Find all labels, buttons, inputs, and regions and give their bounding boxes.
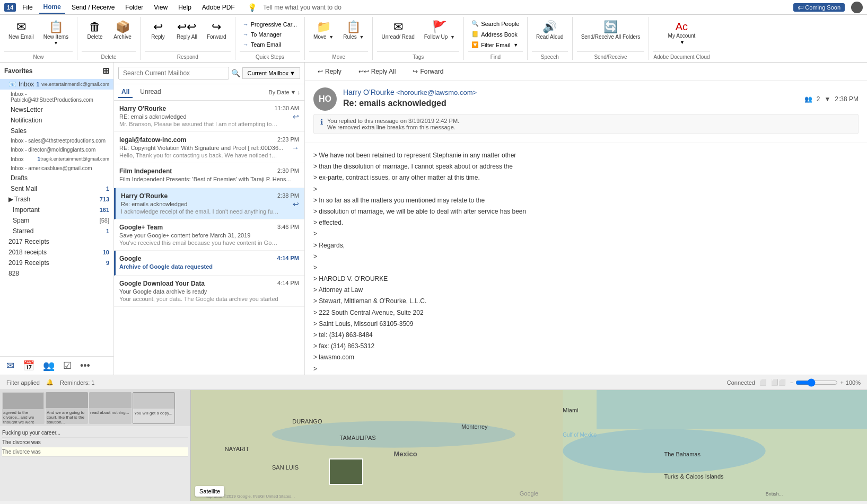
sidebar-item-inbox-tragik[interactable]: Inbox 1 tragik.entertainment@gmail.com	[0, 154, 113, 164]
ribbon-group-respond: ↩ Reply ↩↩ Reply All ↪ Forward Respond	[141, 17, 235, 60]
reply-action-label: Reply	[325, 68, 341, 75]
unread-read-button[interactable]: ✉ Unread/ Read	[377, 19, 418, 42]
archive-button[interactable]: 📦 Archive	[109, 19, 136, 42]
sidebar-item-spam[interactable]: Spam [58]	[0, 215, 113, 226]
status-right: Connected ⬜ ⬜⬜ − + 100%	[727, 378, 861, 387]
body-line-8: >	[313, 229, 859, 239]
quick-step-2-button[interactable]: → To Manager	[240, 30, 300, 39]
email-item[interactable]: Harry O'Rourke RE: emails acknowledged M…	[114, 101, 304, 132]
sidebar-item-sales[interactable]: Sales	[0, 126, 113, 136]
sidebar-item-inbox-patrick[interactable]: Inbox - Patrick@4thStreetProductions.com	[0, 90, 113, 104]
tasks-icon[interactable]: ☑	[63, 360, 72, 372]
email-item[interactable]: Google+ Team Save your Google+ content b…	[114, 219, 304, 251]
sidebar-item-2018[interactable]: 2018 receipts 10	[0, 247, 113, 258]
rules-icon: 📋	[346, 21, 361, 33]
arrow-icon-3: →	[243, 41, 249, 48]
thumb-1[interactable]: agreed to the divorce...and we thought w…	[2, 392, 45, 424]
thumb-4[interactable]: You will get a copy...	[133, 392, 175, 424]
move-button[interactable]: 📁 Move ▼	[309, 19, 338, 42]
body-line-10: >	[313, 252, 859, 262]
ribbon-delete-group-label: Delete	[82, 51, 136, 60]
sort-button[interactable]: By Date ▼ ↓	[268, 89, 300, 95]
sidebar-item-drafts[interactable]: Drafts	[0, 173, 113, 183]
mail-icon[interactable]: ✉	[6, 360, 14, 372]
reply-all-action-button[interactable]: ↩↩ Reply All	[354, 66, 400, 77]
sidebar-item-inbox-americas[interactable]: Inbox - americasblues@gmail.com	[0, 164, 113, 173]
participants-arrow[interactable]: ▼	[824, 95, 830, 103]
map-thumbnail[interactable]	[329, 458, 363, 485]
search-people-button[interactable]: 🔍 Search People	[468, 19, 522, 28]
sidebar-item-sent[interactable]: Sent Mail 1	[0, 183, 113, 194]
sidebar-item-starred[interactable]: Starred 1	[0, 226, 113, 236]
zoom-out-button[interactable]: −	[790, 379, 793, 386]
email-sender: Harry O'Rourke	[119, 105, 299, 112]
email-subject: Re: emails acknowledged	[121, 201, 299, 207]
email-item[interactable]: legal@fatcow-inc.com RE: Copyright Viola…	[114, 132, 304, 163]
email-item-selected[interactable]: Harry O'Rourke Re: emails acknowledged I…	[114, 188, 304, 219]
reply-button[interactable]: ↩ Reply	[145, 19, 171, 42]
my-account-button[interactable]: Ac My Account ▼	[664, 19, 700, 47]
sidebar-item-newsletter[interactable]: NewsLetter	[0, 104, 113, 115]
people-icon[interactable]: 👥	[43, 360, 55, 372]
rules-button[interactable]: 📋 Rules ▼	[339, 19, 368, 42]
sidebar-item-828[interactable]: 828	[0, 268, 113, 279]
zoom-in-button[interactable]: +	[840, 379, 843, 386]
follow-up-button[interactable]: 🚩 Follow Up ▼	[420, 19, 459, 42]
search-input[interactable]	[118, 67, 229, 79]
quick-step-2-label: To Manager	[251, 31, 282, 38]
email-item[interactable]: Google Download Your Data Your Google da…	[114, 276, 304, 307]
send-receive-all-button[interactable]: 🔄 Send/Receive All Folders	[577, 19, 645, 42]
quick-step-1-button[interactable]: → Progressive Car...	[240, 20, 300, 29]
zoom-slider[interactable]	[795, 378, 838, 387]
menu-file[interactable]: File	[18, 2, 37, 13]
menu-help[interactable]: Help	[174, 2, 196, 13]
email-item[interactable]: Google Archive of Google data requested …	[114, 251, 304, 276]
new-items-button[interactable]: 📋 New Items ▼	[39, 19, 73, 48]
address-book-button[interactable]: 📒 Address Book	[468, 30, 522, 39]
menu-folder[interactable]: Folder	[121, 2, 147, 13]
reply-all-button[interactable]: ↩↩ Reply All	[172, 19, 202, 42]
sidebar-item-notification[interactable]: Notification	[0, 115, 113, 126]
menu-view[interactable]: View	[150, 2, 172, 13]
tell-me-input[interactable]: Tell me what you want to do	[263, 4, 791, 11]
reply-action-icon: ↩	[318, 68, 323, 75]
delete-icon: 🗑	[89, 21, 101, 33]
user-circle[interactable]	[851, 2, 863, 13]
delete-button[interactable]: 🗑 Delete	[82, 19, 108, 42]
sidebar-item-2019[interactable]: 2019 Receipts 9	[0, 258, 113, 268]
sidebar-item-inbox-sales[interactable]: Inbox - sales@4thstreetproductions.com	[0, 136, 113, 145]
search-icon[interactable]: 🔍	[231, 69, 240, 77]
view-reading-icon[interactable]: ⬜⬜	[771, 379, 786, 386]
sidebar-item-trash[interactable]: ▶ Trash 713	[0, 194, 113, 205]
forward-action-button[interactable]: ↪ Forward	[408, 66, 448, 77]
new-email-button[interactable]: ✉ New Email	[4, 19, 38, 42]
calendar-icon[interactable]: 📅	[23, 360, 34, 372]
read-aloud-button[interactable]: 🔊 Read Aloud	[532, 19, 568, 42]
menu-send-receive[interactable]: Send / Receive	[67, 2, 119, 13]
sidebar-item-2017[interactable]: 2017 Receipts	[0, 236, 113, 247]
filter-unread-tab[interactable]: Unread	[137, 86, 164, 98]
menu-adobe-pdf[interactable]: Adobe PDF	[198, 2, 239, 13]
view-normal-icon[interactable]: ⬜	[759, 379, 767, 386]
reply-action-button[interactable]: ↩ Reply	[313, 66, 346, 77]
satellite-label: Satellite	[199, 488, 220, 494]
menu-home[interactable]: Home	[39, 1, 65, 14]
satellite-button[interactable]: Satellite	[195, 486, 224, 497]
thumb-3[interactable]: read about nothing...	[89, 392, 132, 424]
filter-all-tab[interactable]: All	[118, 86, 133, 98]
sidebar-item-inbox-we[interactable]: 📧 Inbox 1 we.entertainmentllc@gmail.com	[0, 79, 113, 90]
sidebar-item-important[interactable]: Important 161	[0, 205, 113, 215]
search-scope-button[interactable]: Current Mailbox ▼	[242, 67, 300, 79]
email-item[interactable]: Film Independent Film Independent Presen…	[114, 163, 304, 188]
body-line-18: > fax: (314) 863-5312	[313, 341, 859, 351]
sidebar-collapse-button[interactable]: ⊞	[102, 66, 109, 76]
more-icon[interactable]: •••	[80, 360, 90, 372]
coming-soon-badge[interactable]: 🏷 Coming Soon	[793, 3, 845, 12]
thumb-2[interactable]: And we are going to court, like that is …	[46, 392, 88, 424]
quick-step-3-button[interactable]: → Team Email	[240, 40, 300, 49]
forward-button[interactable]: ↪ Forward	[203, 19, 231, 42]
status-bar: Filter applied 🔔 Reminders: 1 Connected …	[0, 375, 867, 390]
sidebar-item-inbox-director[interactable]: Inbox - director@moldinggiants.com	[0, 145, 113, 154]
chat-msg-highlighted: The divorce was	[2, 447, 188, 457]
filter-email-button[interactable]: 🔽 Filter Email ▼	[468, 40, 522, 49]
